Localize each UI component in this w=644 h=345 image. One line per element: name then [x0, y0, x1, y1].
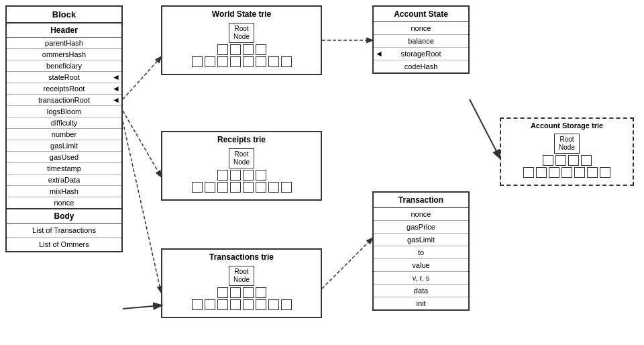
wt-n1 [217, 44, 228, 55]
wt-n8 [230, 56, 241, 67]
field-number: number [7, 129, 121, 140]
tt-n9 [243, 299, 254, 310]
tt-n1 [217, 287, 228, 298]
ast-n4 [581, 155, 592, 166]
ast-n5 [523, 167, 534, 178]
receipts-level2 [165, 182, 318, 193]
account-storage-title: Account Storage trie [501, 119, 633, 131]
tt-n10 [256, 299, 266, 310]
field-mixHash: mixHash [7, 186, 121, 197]
svg-line-3 [123, 305, 161, 309]
tx-field-to: to [374, 246, 468, 259]
ast-n8 [561, 167, 572, 178]
wt-n12 [281, 56, 292, 67]
diagram-container: Block Header parentHash ommersHash benef… [0, 0, 644, 345]
tx-field-nonce: nonce [374, 208, 468, 221]
transactions-trie: Transactions trie RootNode [161, 248, 322, 318]
account-storage-trie: Account Storage trie RootNode [500, 117, 634, 186]
rt-n1 [217, 170, 228, 181]
ast-n6 [536, 167, 547, 178]
rt-n7 [217, 182, 228, 193]
tx-field-vrs: v, r, s [374, 272, 468, 285]
account-field-balance: balance [374, 35, 468, 48]
wt-n9 [243, 56, 254, 67]
header-fields: parentHash ommersHash beneficiary stateR… [7, 38, 121, 208]
transactionroot-arrow: ◄ [112, 95, 120, 105]
tt-n11 [268, 299, 279, 310]
world-trie-level1 [165, 44, 318, 55]
world-trie-level2 [165, 56, 318, 67]
world-state-trie: World State trie RootNode [161, 5, 322, 75]
tx-field-gasLimit: gasLimit [374, 234, 468, 246]
tx-field-init: init [374, 297, 468, 309]
field-nonce: nonce [7, 197, 121, 208]
tt-n8 [230, 299, 241, 310]
rt-n11 [268, 182, 279, 193]
receipts-trie-title: Receipts trie [162, 132, 321, 146]
tt-n2 [230, 287, 241, 298]
field-beneficiary: beneficiary [7, 60, 121, 72]
wt-n11 [268, 56, 279, 67]
field-logsBloom: logsBloom [7, 106, 121, 117]
header-section-title: Header [7, 23, 121, 38]
ast-n11 [600, 167, 610, 178]
rt-n8 [230, 182, 241, 193]
ast-n7 [549, 167, 559, 178]
tt-n5 [192, 299, 203, 310]
world-state-root-box: RootNode [229, 23, 254, 43]
stateroot-arrow: ◄ [112, 72, 120, 82]
field-parentHash: parentHash [7, 38, 121, 49]
field-ommersHash: ommersHash [7, 49, 121, 60]
tt-n3 [243, 287, 254, 298]
transactions-root-node: RootNode [162, 266, 321, 286]
wt-n7 [217, 56, 228, 67]
field-gasUsed: gasUsed [7, 152, 121, 163]
body-section: Body List of Transactions List of Ommers [7, 208, 121, 251]
rt-n12 [281, 182, 292, 193]
field-difficulty: difficulty [7, 117, 121, 129]
svg-line-2 [123, 121, 161, 292]
wt-n3 [243, 44, 254, 55]
body-section-title: Body [7, 209, 121, 224]
wt-n2 [230, 44, 241, 55]
account-field-nonce: nonce [374, 22, 468, 35]
ast-n9 [574, 167, 585, 178]
rt-n2 [230, 170, 241, 181]
rt-n3 [243, 170, 254, 181]
field-receiptsRoot: receiptsRoot◄ [7, 83, 121, 95]
transactions-level1 [165, 287, 318, 298]
field-timestamp: timestamp [7, 163, 121, 175]
field-stateRoot: stateRoot◄ [7, 72, 121, 83]
rt-n6 [205, 182, 215, 193]
receipts-root-box: RootNode [229, 148, 254, 168]
receiptsroot-arrow: ◄ [112, 84, 120, 93]
world-state-trie-title: World State trie [162, 7, 321, 20]
tx-field-gasPrice: gasPrice [374, 221, 468, 234]
account-field-codeHash: codeHash [374, 60, 468, 72]
transactions-level2 [165, 299, 318, 310]
storageroot-arrow-indicator: ◄ [375, 49, 383, 58]
body-list-ommers: List of Ommers [7, 238, 121, 251]
wt-n5 [192, 56, 203, 67]
svg-line-0 [123, 57, 161, 99]
field-transactionRoot: transactionRoot◄ [7, 95, 121, 106]
transaction-title: Transaction [374, 193, 468, 208]
account-state-box: Account State nonce balance storageRoot … [372, 5, 470, 74]
receipts-trie: Receipts trie RootNode [161, 131, 322, 201]
receipts-root-node: RootNode [162, 148, 321, 168]
rt-n4 [256, 170, 266, 181]
account-storage-root-box: RootNode [554, 134, 580, 154]
rt-n5 [192, 182, 203, 193]
receipts-level1 [165, 170, 318, 181]
block-title: Block [7, 7, 121, 23]
account-field-storageRoot: storageRoot ◄ [374, 48, 468, 60]
tt-n12 [281, 299, 292, 310]
svg-line-1 [123, 111, 161, 177]
ast-n10 [587, 167, 598, 178]
tt-n6 [205, 299, 215, 310]
block-panel: Block Header parentHash ommersHash benef… [5, 5, 123, 252]
account-storage-root: RootNode [501, 134, 633, 154]
wt-n10 [256, 56, 266, 67]
tx-field-data: data [374, 285, 468, 297]
field-gasLimit: gasLimit [7, 140, 121, 152]
